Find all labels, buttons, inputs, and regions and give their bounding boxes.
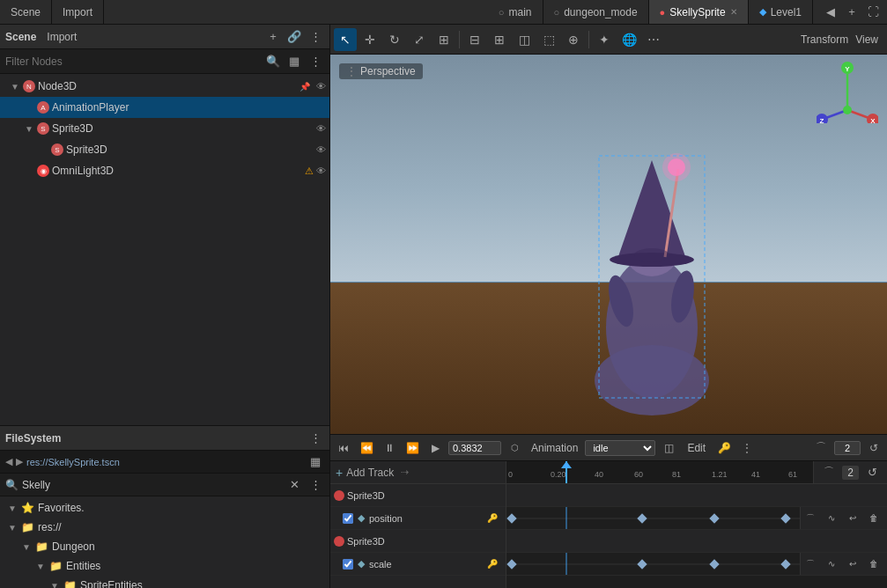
path-forward-icon[interactable]: ▶	[16, 456, 23, 467]
add-track-arrow: ⇢	[401, 467, 409, 478]
camera-btn[interactable]: ◫	[513, 28, 536, 51]
filter-nodes-more[interactable]: ⋮	[307, 28, 324, 46]
sprite3d-child-label: Sprite3D	[66, 143, 314, 156]
add-node-icon[interactable]: +	[264, 28, 282, 46]
transform-tool-btn[interactable]: ⊞	[432, 28, 455, 51]
tree-item-animationplayer[interactable]: A AnimationPlayer	[0, 97, 329, 118]
anim-rewind-btn[interactable]: ⏮	[334, 438, 353, 458]
anim-loop-icon[interactable]: ↺	[864, 438, 883, 458]
track-sprite3d-node-label: Sprite3D	[347, 490, 385, 501]
kf-pos-delete-btn[interactable]: 🗑	[864, 509, 883, 528]
tree-item-sprite3d-group[interactable]: ▼ S Sprite3D 👁	[0, 118, 329, 139]
kf-row-scale[interactable]: ⌒ ∿ ↩ 🗑	[506, 553, 887, 576]
add-tab-icon[interactable]: +	[843, 4, 861, 21]
kf-scale-undo-btn[interactable]: ↩	[843, 555, 862, 574]
viewport[interactable]: ⋮ Perspective Y X Z	[330, 55, 887, 434]
scene-panel-title: Scene	[5, 31, 36, 43]
path-back-icon[interactable]: ◀	[5, 456, 12, 467]
tab-main[interactable]: ○ main	[488, 0, 543, 24]
rotate-tool-btn[interactable]: ↻	[383, 28, 406, 51]
tab-skelly-sprite[interactable]: ● SkellySprite ✕	[649, 0, 749, 24]
tab-import[interactable]: Import	[52, 0, 104, 24]
kf-row-position[interactable]: ⌒ ∿ ↩ 🗑	[506, 507, 887, 530]
omni-eye-icon[interactable]: 👁	[316, 165, 326, 176]
tree-item-sprite3d-child[interactable]: S Sprite3D 👁	[0, 139, 329, 160]
fs-search-input[interactable]	[22, 479, 282, 491]
anim-curve-icon[interactable]: ⌒	[811, 438, 831, 458]
import-label[interactable]: Import	[43, 28, 80, 46]
loop-count-input[interactable]	[834, 441, 861, 455]
layout-icon[interactable]: ▦	[307, 453, 324, 471]
snap-btn[interactable]: ⊟	[463, 28, 486, 51]
kf-spacer-1	[506, 484, 887, 507]
light-btn[interactable]: ✦	[593, 28, 616, 51]
anim-edit-btn[interactable]: Edit	[682, 438, 711, 458]
add-track-bar[interactable]: + Add Track ⇢	[330, 461, 506, 484]
track-scale-checkbox[interactable]	[343, 559, 353, 570]
time-spin-icon[interactable]: ⬡	[505, 438, 524, 458]
svg-rect-50	[709, 559, 719, 569]
track-pos-checkbox[interactable]	[343, 513, 353, 524]
view-more-btn[interactable]: ⋯	[642, 28, 665, 51]
tree-item-omnilight3d[interactable]: ◉ OmniLight3D ⚠ 👁	[0, 160, 329, 181]
time-input[interactable]	[448, 441, 501, 455]
anim-play-btn[interactable]: ▶	[425, 438, 445, 458]
fs-more-icon[interactable]: ⋮	[307, 430, 324, 447]
prev-tab-icon[interactable]: ◀	[822, 4, 839, 21]
kf-scale-curve-btn[interactable]: ⌒	[801, 555, 820, 574]
anim-key-icon[interactable]: 🔑	[714, 438, 734, 458]
scene-options-icon[interactable]: ▦	[285, 53, 303, 70]
fs-item-favorites[interactable]: ▼ ⭐ Favorites.	[0, 498, 329, 518]
viewport-btn2[interactable]: ⬚	[537, 28, 560, 51]
fullscreen-icon[interactable]: ⛶	[864, 4, 882, 21]
node3d-eye-icon[interactable]: 👁	[316, 81, 326, 92]
tab-level1[interactable]: ◆ Level1	[749, 0, 813, 24]
track-pos-key-icon[interactable]: 🔑	[483, 509, 502, 528]
fs-item-res[interactable]: ▼ 📁 res://	[0, 518, 329, 537]
tab-level1-dot: ◆	[759, 6, 766, 18]
move-tool-btn[interactable]: ✛	[358, 28, 381, 51]
anim-step-fwd-btn[interactable]: ⏩	[403, 438, 422, 458]
kf-scale-delete-btn[interactable]: 🗑	[864, 555, 883, 574]
fs-filter-icon[interactable]: ⋮	[307, 476, 324, 494]
mode-btn[interactable]: ⊕	[562, 28, 585, 51]
anim-pause-btn[interactable]: ⏸	[380, 438, 399, 458]
loop-curve-icon[interactable]: ⌒	[819, 463, 839, 482]
track-scale-key-icon[interactable]: 🔑	[483, 555, 502, 574]
kf-pos-undo-btn[interactable]: ↩	[843, 509, 862, 528]
select-tool-btn[interactable]: ↖	[334, 28, 357, 51]
fs-item-dungeon[interactable]: ▼ 📁 Dungeon	[0, 537, 329, 556]
res-folder-icon: 📁	[21, 521, 34, 533]
track-scale-label: scale	[369, 559, 392, 570]
svg-rect-51	[780, 559, 790, 569]
search-input[interactable]	[5, 55, 261, 68]
tab-dungeon-mode[interactable]: ○ dungeon_mode	[543, 0, 649, 24]
viewport-toolbar: ↖ ✛ ↻ ⤢ ⊞ ⊟ ⊞ ◫ ⬚ ⊕ ✦ 🌐 ⋯ Transform View	[330, 25, 887, 55]
kf-pos-curve-btn[interactable]: ⌒	[801, 509, 820, 528]
tab-close-icon[interactable]: ✕	[730, 7, 737, 17]
link-icon[interactable]: 🔗	[285, 28, 303, 46]
kf-pos-wave-btn[interactable]: ∿	[822, 509, 841, 528]
grid-btn[interactable]: ⊞	[488, 28, 511, 51]
scale-tool-btn[interactable]: ⤢	[408, 28, 431, 51]
fs-item-sprite-entities[interactable]: ▼ 📁 SpriteEntities	[0, 576, 329, 588]
search-icon[interactable]: 🔍	[264, 53, 282, 70]
fs-clear-icon[interactable]: ✕	[285, 476, 303, 494]
tab-scene[interactable]: Scene	[0, 0, 52, 24]
scene-more-icon[interactable]: ⋮	[307, 53, 324, 70]
kf-scale-wave-btn[interactable]: ∿	[822, 555, 841, 574]
loop-refresh-icon[interactable]: ↺	[862, 463, 882, 482]
track-header-sprite3d-node2: Sprite3D	[330, 530, 506, 553]
anim-options-icon[interactable]: ◫	[659, 438, 678, 458]
fs-item-entities[interactable]: ▼ 📁 Entities	[0, 556, 329, 576]
sprite3d-group-eye-icon[interactable]: 👁	[316, 123, 326, 134]
node3d-pin-icon[interactable]: 📌	[296, 77, 314, 95]
anim-more-icon[interactable]: ⋮	[737, 438, 757, 458]
animation-name-select[interactable]: idle walk run	[585, 440, 655, 456]
track-headers: + Add Track ⇢ Sprite3D ◆ position	[330, 461, 506, 588]
kf-pos-controls: ⌒ ∿ ↩ 🗑	[800, 507, 887, 529]
tree-item-node3d[interactable]: ▼ N Node3D 📌 👁	[0, 76, 329, 97]
world-btn[interactable]: 🌐	[617, 28, 640, 51]
anim-step-back-btn[interactable]: ⏪	[357, 438, 376, 458]
sprite3d-child-eye-icon[interactable]: 👁	[316, 144, 326, 155]
